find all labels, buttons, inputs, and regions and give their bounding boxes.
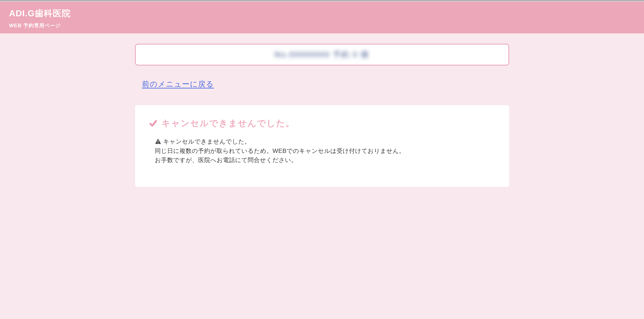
result-heading-row: キャンセルできませんでした。 xyxy=(149,118,495,128)
result-heading-text: キャンセルできませんでした。 xyxy=(162,118,295,128)
site-header: ADI.G歯科医院 WEB 予約専用ページ xyxy=(0,2,644,33)
cancel-result-card: キャンセルできませんでした。 キャンセルできませんでした。 同じ日に複数の予約が… xyxy=(135,105,509,187)
check-icon xyxy=(149,119,158,128)
message-line-3: お手数ですが、医院へお電話にて問合せください。 xyxy=(155,155,495,165)
back-link-row: 前のメニューに戻る xyxy=(142,79,509,89)
reservation-info-box: No.00000000 予約 0 様 xyxy=(135,44,509,65)
warning-icon xyxy=(155,138,161,144)
result-message: キャンセルできませんでした。 同じ日に複数の予約が取られているため。WEBでのキ… xyxy=(155,137,495,165)
message-line-1-row: キャンセルできませんでした。 xyxy=(155,137,495,146)
message-line-2: 同じ日に複数の予約が取られているため。WEBでのキャンセルは受け付けておりません… xyxy=(155,146,495,155)
message-line-1: キャンセルできませんでした。 xyxy=(163,137,250,146)
back-to-menu-link[interactable]: 前のメニューに戻る xyxy=(142,80,214,88)
reservation-info-blurred: No.00000000 予約 0 様 xyxy=(274,50,370,60)
main-content: No.00000000 予約 0 様 前のメニューに戻る キャンセルできませんで… xyxy=(135,44,509,187)
page-subtitle: WEB 予約専用ページ xyxy=(9,22,644,29)
top-strip xyxy=(0,0,644,2)
clinic-title: ADI.G歯科医院 xyxy=(9,9,644,18)
